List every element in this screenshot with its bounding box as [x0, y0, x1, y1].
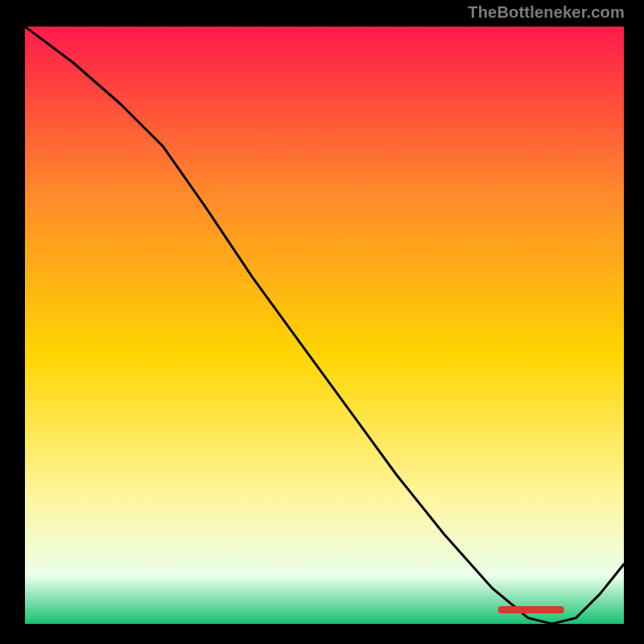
gradient-background: [25, 27, 624, 624]
chart-frame: TheBottleneker.com: [0, 0, 644, 644]
attribution-text: TheBottleneker.com: [468, 3, 625, 22]
chart-svg: [25, 27, 624, 624]
bottom-marker: [498, 606, 564, 613]
plot-area: [23, 24, 626, 626]
